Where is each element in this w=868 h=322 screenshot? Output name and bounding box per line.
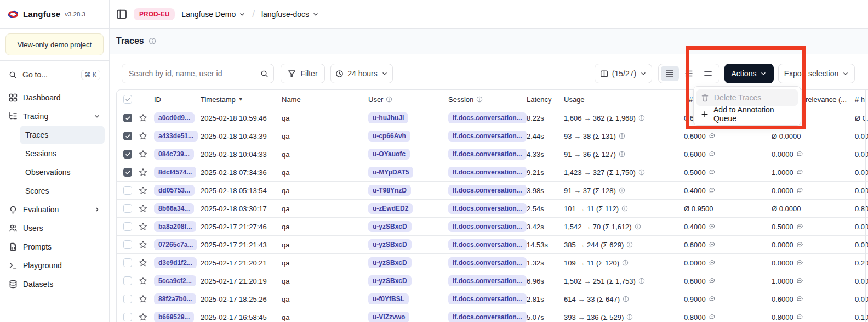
sidebar-item-evaluation[interactable]: Evaluation [4, 200, 105, 219]
search-input[interactable]: Search by id, name, user id [122, 64, 274, 83]
user-badge[interactable]: u-T98YnzD [368, 185, 411, 196]
user-badge[interactable]: u-zEwdED2 [368, 203, 413, 214]
header-timestamp[interactable]: Timestamp ▼ [201, 95, 282, 104]
table-row[interactable]: a433de51... 2025-02-18 10:43:39 qa u-cp6… [117, 127, 868, 145]
goto-search[interactable]: Go to... ⌘ K [4, 65, 105, 84]
favorite-star-icon[interactable] [139, 313, 147, 321]
row-height-medium-button[interactable] [680, 66, 698, 81]
time-range-button[interactable]: 24 hours [330, 64, 393, 83]
favorite-star-icon[interactable] [139, 295, 147, 303]
table-row[interactable]: 07265c7a... 2025-02-17 21:21:43 qa u-yzS… [117, 236, 868, 254]
header-user[interactable]: User [368, 95, 448, 104]
trace-id-badge[interactable]: a0cd0d9... [154, 112, 195, 123]
filter-button[interactable]: Filter [281, 64, 325, 83]
header-session[interactable]: Session [448, 95, 527, 104]
session-badge[interactable]: lf.docs.conversation... [448, 275, 527, 286]
session-badge[interactable]: lf.docs.conversation... [448, 112, 527, 123]
table-row[interactable]: 5cca9cf2... 2025-02-17 21:20:19 qa u-yzS… [117, 272, 868, 290]
favorite-star-icon[interactable] [139, 204, 147, 213]
session-badge[interactable]: lf.docs.conversation... [448, 131, 527, 142]
trace-id-badge[interactable]: b669529... [154, 312, 194, 322]
session-badge[interactable]: lf.docs.conversation... [448, 149, 527, 160]
trace-id-badge[interactable]: 8dcf4574... [154, 167, 196, 178]
trace-id-badge[interactable]: ba8a208f... [154, 221, 196, 232]
trace-id-badge[interactable]: 084c739... [154, 149, 194, 160]
favorite-star-icon[interactable] [139, 186, 147, 195]
user-badge[interactable]: u-cp66Avh [368, 131, 410, 142]
row-checkbox[interactable] [123, 313, 132, 321]
trace-id-badge[interactable]: 5cca9cf2... [154, 275, 196, 286]
favorite-star-icon[interactable] [139, 132, 147, 140]
header-usage[interactable]: Usage [564, 95, 684, 104]
session-badge[interactable]: lf.docs.conversation... [448, 167, 527, 178]
sidebar-item-observations[interactable]: Observations [20, 163, 105, 182]
header-name[interactable]: Name [282, 95, 368, 104]
trace-id-badge[interactable]: 88f2a7b0... [154, 293, 196, 304]
trace-id-badge[interactable]: d3e9d1f2... [154, 257, 197, 268]
row-checkbox[interactable] [123, 222, 132, 231]
user-badge[interactable]: u-VlZzvwo [368, 312, 409, 322]
row-checkbox[interactable] [123, 204, 132, 213]
session-badge[interactable]: lf.docs.conversation... [448, 203, 527, 214]
row-height-small-button[interactable] [661, 66, 679, 81]
favorite-star-icon[interactable] [139, 258, 147, 267]
user-badge[interactable]: u-yzSBxcD [368, 239, 412, 250]
export-selection-button[interactable]: Export selection [778, 64, 855, 83]
row-checkbox[interactable] [123, 258, 132, 267]
actions-button[interactable]: Actions [724, 64, 774, 83]
org-selector[interactable]: Langfuse Demo [181, 10, 245, 19]
table-row[interactable]: 88f2a7b0... 2025-02-17 18:25:26 qa u-f0Y… [117, 290, 868, 308]
user-badge[interactable]: u-yzSBxcD [368, 275, 412, 286]
columns-button[interactable]: (15/27) [595, 64, 652, 83]
trace-id-badge[interactable]: 8b66a34... [154, 203, 194, 214]
session-badge[interactable]: lf.docs.conversation... [448, 239, 527, 250]
user-badge[interactable]: u-MYpDAT5 [368, 167, 413, 178]
sidebar-item-playground[interactable]: Playground [4, 256, 105, 275]
row-checkbox[interactable] [123, 186, 132, 195]
row-checkbox[interactable] [123, 168, 132, 177]
row-checkbox[interactable] [123, 114, 132, 122]
table-row[interactable]: 8b66a34... 2025-02-18 03:30:17 qa u-zEwd… [117, 200, 868, 218]
session-badge[interactable]: lf.docs.conversation... [448, 185, 527, 196]
favorite-star-icon[interactable] [139, 114, 147, 122]
row-checkbox[interactable] [123, 276, 132, 285]
sidebar-item-traces[interactable]: Traces [20, 126, 105, 144]
sidebar-item-sessions[interactable]: Sessions [20, 144, 105, 163]
table-row[interactable]: b669529... 2025-02-17 16:58:45 qa u-VlZz… [117, 308, 868, 322]
favorite-star-icon[interactable] [139, 150, 147, 159]
header-latency[interactable]: Latency [527, 95, 564, 104]
sidebar-item-scores[interactable]: Scores [20, 182, 105, 200]
row-checkbox[interactable] [123, 295, 132, 303]
row-checkbox[interactable] [123, 150, 132, 159]
session-badge[interactable]: lf.docs.conversation... [448, 293, 527, 304]
user-badge[interactable]: u-f0YfBSL [368, 293, 409, 304]
demo-project-link[interactable]: demo project [50, 41, 92, 49]
user-badge[interactable]: u-yzSBxcD [368, 257, 412, 268]
sidebar-item-prompts[interactable]: Prompts [4, 238, 105, 256]
favorite-star-icon[interactable] [139, 276, 147, 285]
user-badge[interactable]: u-yzSBxcD [368, 221, 412, 232]
session-badge[interactable]: lf.docs.conversation... [448, 312, 527, 322]
row-checkbox[interactable] [123, 132, 132, 140]
table-row[interactable]: 084c739... 2025-02-18 10:04:33 qa u-OYau… [117, 145, 868, 163]
menu-item-delete-traces[interactable]: Delete Traces [696, 89, 798, 106]
user-badge[interactable]: u-huJhuJi [368, 112, 408, 123]
trace-id-badge[interactable]: a433de51... [154, 131, 198, 142]
favorite-star-icon[interactable] [139, 168, 147, 177]
search-button[interactable] [255, 64, 273, 83]
user-badge[interactable]: u-OYauofc [368, 149, 410, 160]
sidebar-item-tracing[interactable]: Tracing [4, 107, 105, 126]
sidebar-item-users[interactable]: Users [4, 219, 105, 238]
session-badge[interactable]: lf.docs.conversation... [448, 221, 527, 232]
header-score-4[interactable]: # h [855, 95, 868, 104]
favorite-star-icon[interactable] [139, 240, 147, 249]
trace-id-badge[interactable]: 07265c7a... [154, 239, 197, 250]
header-id[interactable]: ID [154, 95, 201, 104]
sidebar-item-datasets[interactable]: Datasets [4, 275, 105, 293]
select-all-checkbox[interactable] [123, 95, 132, 104]
favorite-star-icon[interactable] [139, 222, 147, 231]
panel-left-icon[interactable] [116, 9, 127, 20]
menu-item-add-to-annotation-queue[interactable]: Add to Annotation Queue [696, 106, 798, 122]
header-score-relevance[interactable]: relevance (... [806, 95, 855, 104]
table-row[interactable]: ba8a208f... 2025-02-17 21:27:46 qa u-yzS… [117, 218, 868, 236]
